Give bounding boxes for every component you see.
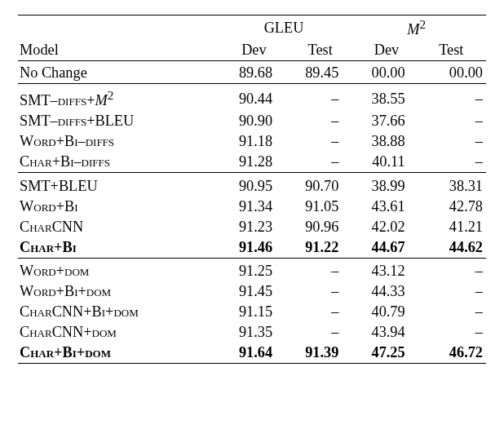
table-row: SMT–diffs+BLEU90.90–37.66– [18,111,486,131]
value-cell: 90.70 [287,176,353,197]
model-col-header: Model [18,40,221,61]
model-name: Char+Bi+dom [18,343,221,364]
value-cell: 91.22 [287,237,353,259]
value-cell: 42.02 [353,217,419,237]
model-name: Char+Bi [18,237,221,259]
value-cell: 91.64 [221,343,287,364]
value-cell: 43.94 [353,322,419,343]
value-cell: – [420,281,486,302]
table-row: No Change89.6889.4500.0000.00 [18,63,486,84]
model-name: Char+Bi–diffs [18,152,221,173]
header-row-2: Model Dev Test Dev Test [18,40,486,61]
table-row: Word+Bi+dom91.45–44.33– [18,281,486,302]
value-cell: – [420,131,486,152]
table-row: Word+Bi–diffs91.18–38.88– [18,131,486,152]
value-cell: 40.79 [353,302,419,322]
m2-letter: M [407,21,419,38]
value-cell: 38.31 [420,176,486,197]
value-cell: – [287,111,353,131]
value-cell: 91.39 [287,343,353,364]
value-cell: 91.45 [221,281,287,302]
value-cell: 90.44 [221,86,287,111]
value-cell: 44.62 [420,237,486,259]
value-cell: – [420,322,486,343]
model-name: CharCNN+dom [18,322,221,343]
value-cell: – [287,261,353,281]
value-cell: 38.88 [353,131,419,152]
gleu-test-header: Test [287,40,353,61]
value-cell: 46.72 [420,343,486,364]
table-row: Char+Bi91.4691.2244.6744.62 [18,237,486,259]
model-name: SMT–diffs+M2 [18,86,221,111]
value-cell: 00.00 [353,63,419,84]
value-cell: 44.67 [353,237,419,259]
model-name: SMT+BLEU [18,176,221,197]
model-name: Word+dom [18,261,221,281]
value-cell: 38.55 [353,86,419,111]
value-cell: – [287,152,353,173]
model-name: Word+Bi–diffs [18,131,221,152]
value-cell: 43.12 [353,261,419,281]
table-row: CharCNN+Bi+dom91.15–40.79– [18,302,486,322]
value-cell: 38.99 [353,176,419,197]
m2-sup: 2 [419,17,426,31]
value-cell: 90.90 [221,111,287,131]
value-cell: – [287,302,353,322]
value-cell: 91.35 [221,322,287,343]
value-cell: – [420,86,486,111]
value-cell: 00.00 [420,63,486,84]
m2-test-header: Test [420,40,486,61]
value-cell: – [420,152,486,173]
table-row: CharCNN91.2390.9642.0241.21 [18,217,486,237]
value-cell: 42.78 [420,197,486,217]
value-cell: – [420,302,486,322]
value-cell: – [287,281,353,302]
value-cell: – [287,86,353,111]
value-cell: – [287,131,353,152]
value-cell: 90.95 [221,176,287,197]
table-row: Word+Bi91.3491.0543.6142.78 [18,197,486,217]
value-cell: – [420,111,486,131]
model-name: CharCNN+Bi+dom [18,302,221,322]
table-row: Char+Bi+dom91.6491.3947.2546.72 [18,343,486,364]
value-cell: – [287,322,353,343]
table-row: SMT–diffs+M290.44–38.55– [18,86,486,111]
value-cell: 89.45 [287,63,353,84]
table-row: CharCNN+dom91.35–43.94– [18,322,486,343]
value-cell: 89.68 [221,63,287,84]
model-name: CharCNN [18,217,221,237]
header-row-1: GLEU M2 [18,15,486,41]
results-table: GLEU M2 Model Dev Test Dev Test No Chang… [18,15,486,365]
value-cell: 91.23 [221,217,287,237]
value-cell: 91.34 [221,197,287,217]
value-cell: 91.28 [221,152,287,173]
table-row: Char+Bi–diffs91.28–40.11– [18,152,486,173]
value-cell: 91.15 [221,302,287,322]
gleu-dev-header: Dev [221,40,287,61]
value-cell: 91.05 [287,197,353,217]
value-cell: 43.61 [353,197,419,217]
value-cell: 91.46 [221,237,287,259]
value-cell: 91.25 [221,261,287,281]
m2-header: M2 [353,15,486,41]
model-name: Word+Bi+dom [18,281,221,302]
value-cell: 47.25 [353,343,419,364]
blank-header [18,15,221,41]
gleu-header: GLEU [221,15,354,41]
value-cell: 40.11 [353,152,419,173]
value-cell: 41.21 [420,217,486,237]
m2-dev-header: Dev [353,40,419,61]
value-cell: 37.66 [353,111,419,131]
model-name: Word+Bi [18,197,221,217]
value-cell: 91.18 [221,131,287,152]
model-name: SMT–diffs+BLEU [18,111,221,131]
value-cell: 90.96 [287,217,353,237]
model-name: No Change [18,63,221,84]
table-row: Word+dom91.25–43.12– [18,261,486,281]
spacer [18,364,486,365]
value-cell: – [420,261,486,281]
table-row: SMT+BLEU90.9590.7038.9938.31 [18,176,486,197]
value-cell: 44.33 [353,281,419,302]
